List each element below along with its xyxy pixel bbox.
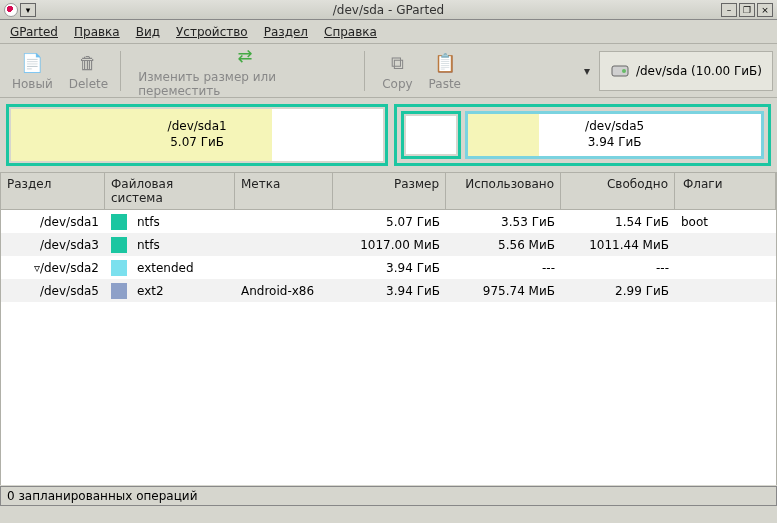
diskmap-sda3[interactable]	[401, 111, 461, 159]
copy-icon: ⧉	[385, 51, 409, 75]
titlebar: ▾ /dev/sda - GParted – ❐ ×	[0, 0, 777, 20]
status-text: 0 запланированных операций	[7, 489, 197, 503]
statusbar: 0 запланированных операций	[0, 486, 777, 506]
resize-button[interactable]: ⇄ Изменить размер или переместить	[130, 42, 360, 100]
menu-device[interactable]: Устройство	[172, 23, 252, 41]
device-selector[interactable]: /dev/sda (10.00 ГиБ)	[599, 51, 773, 91]
window-menu-icon[interactable]: ▾	[20, 3, 36, 17]
col-fs[interactable]: Файловая система	[105, 173, 235, 209]
col-used[interactable]: Использовано	[446, 173, 561, 209]
partition-table-body: /dev/sda1ntfs5.07 ГиБ3.53 ГиБ1.54 ГиБboo…	[0, 210, 777, 485]
device-selector-label: /dev/sda (10.00 ГиБ)	[636, 64, 762, 78]
svg-point-1	[622, 69, 626, 73]
col-free[interactable]: Свободно	[561, 173, 675, 209]
close-button[interactable]: ×	[757, 3, 773, 17]
app-icon	[4, 3, 18, 17]
toolbar: 📄 Новый 🗑 Delete ⇄ Изменить размер или п…	[0, 44, 777, 98]
delete-button[interactable]: 🗑 Delete	[61, 49, 116, 93]
menu-view[interactable]: Вид	[132, 23, 164, 41]
hdd-icon	[610, 61, 630, 81]
table-row[interactable]: /dev/sda5ext2Android-x863.94 ГиБ975.74 М…	[1, 279, 776, 302]
copy-button[interactable]: ⧉ Copy	[374, 49, 420, 93]
table-row[interactable]: ▿/dev/sda2extended3.94 ГиБ------	[1, 256, 776, 279]
paste-icon: 📋	[433, 51, 457, 75]
partition-table-header: Раздел Файловая система Метка Размер Исп…	[0, 172, 777, 210]
col-size[interactable]: Размер	[333, 173, 446, 209]
diskmap-sda1[interactable]: /dev/sda1 5.07 ГиБ	[6, 104, 388, 166]
col-partition[interactable]: Раздел	[1, 173, 105, 209]
diskmap-sda2-extended[interactable]: /dev/sda5 3.94 ГиБ	[394, 104, 771, 166]
resize-icon: ⇄	[233, 44, 257, 68]
new-button[interactable]: 📄 Новый	[4, 49, 61, 93]
maximize-button[interactable]: ❐	[739, 3, 755, 17]
toolbar-dropdown[interactable]: ▾	[581, 64, 593, 78]
new-icon: 📄	[20, 51, 44, 75]
table-row[interactable]: /dev/sda1ntfs5.07 ГиБ3.53 ГиБ1.54 ГиБboo…	[1, 210, 776, 233]
col-label[interactable]: Метка	[235, 173, 333, 209]
fs-swatch	[111, 214, 127, 230]
fs-swatch	[111, 237, 127, 253]
minimize-button[interactable]: –	[721, 3, 737, 17]
expander-icon[interactable]: ▿	[28, 261, 40, 275]
window-title: /dev/sda - GParted	[60, 3, 717, 17]
delete-icon: 🗑	[76, 51, 100, 75]
menu-edit[interactable]: Правка	[70, 23, 124, 41]
diskmap-sda5[interactable]: /dev/sda5 3.94 ГиБ	[465, 111, 764, 159]
menu-gparted[interactable]: GParted	[6, 23, 62, 41]
menubar: GParted Правка Вид Устройство Раздел Спр…	[0, 20, 777, 44]
fs-swatch	[111, 260, 127, 276]
col-flags[interactable]: Флаги	[675, 173, 776, 209]
table-row[interactable]: /dev/sda3ntfs1017.00 МиБ5.56 МиБ1011.44 …	[1, 233, 776, 256]
menu-help[interactable]: Справка	[320, 23, 381, 41]
paste-button[interactable]: 📋 Paste	[421, 49, 469, 93]
menu-partition[interactable]: Раздел	[260, 23, 312, 41]
fs-swatch	[111, 283, 127, 299]
diskmap: /dev/sda1 5.07 ГиБ /dev/sda5 3.94 ГиБ	[0, 98, 777, 172]
